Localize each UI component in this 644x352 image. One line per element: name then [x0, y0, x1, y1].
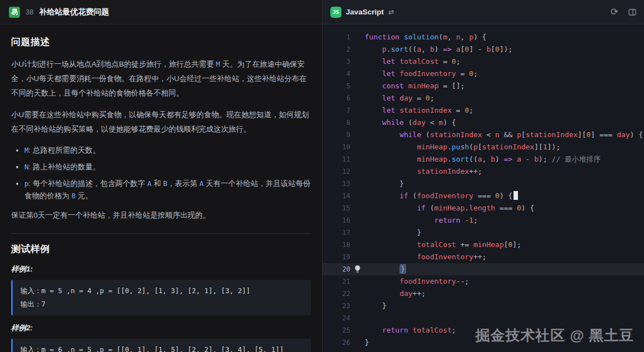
- line-number: 15: [323, 202, 350, 214]
- code-line-7[interactable]: 7 let stationIndex = 0;: [323, 104, 644, 117]
- code-line-23[interactable]: 23 }: [323, 300, 644, 312]
- line-number: 22: [323, 288, 350, 300]
- code-line-19[interactable]: 19 foodInventory++;: [323, 251, 644, 263]
- line-number: 11: [323, 153, 350, 165]
- code-text: if (minHeap.length === 0) {: [365, 202, 534, 214]
- code-text: totalCost += minHeap[0];: [365, 239, 521, 251]
- code-line-9[interactable]: 9 while (stationIndex < n && p[stationIn…: [323, 129, 644, 141]
- code-text: }: [365, 336, 369, 349]
- code-text: return -1;: [365, 214, 478, 227]
- gutter-space: [350, 129, 365, 141]
- line-number: 2: [323, 43, 350, 56]
- gutter-space: [350, 275, 365, 288]
- code-line-2[interactable]: 2 p.sort((a, b) => a[0] - b[0]);: [323, 43, 644, 56]
- inline-code: A: [147, 179, 152, 188]
- code-line-14[interactable]: 14 if (foodInventory === 0) {: [323, 190, 644, 202]
- line-number: 24: [323, 312, 350, 324]
- line-number: 26: [323, 336, 350, 349]
- gutter-space: [350, 141, 365, 153]
- line-number: 19: [323, 251, 350, 263]
- lightbulb-icon[interactable]: [350, 263, 365, 275]
- gutter-space: [350, 227, 365, 239]
- line-number: 7: [323, 104, 350, 117]
- code-text: }: [365, 178, 404, 190]
- code-line-4[interactable]: 4 let foodInventory = 0;: [323, 68, 644, 80]
- code-line-25[interactable]: 25 return totalCost;: [323, 324, 644, 336]
- sample-input: 输入：m = 6 ,n = 5 ,p = [[0, 1], [1, 5], [2…: [21, 343, 303, 352]
- line-number: 12: [323, 165, 350, 178]
- sample-label: 样例2:: [11, 323, 311, 333]
- javascript-icon: JS: [330, 7, 341, 18]
- code-line-5[interactable]: 5 const minHeap = [];: [323, 80, 644, 92]
- description-paragraph: 小U需要在这些补给站中购买食物，以确保每天都有足够的食物。现在她想知道，如何规划…: [11, 108, 311, 137]
- inline-code: p: [24, 179, 29, 188]
- code-text: }: [365, 300, 386, 312]
- language-label: JavaScript: [346, 8, 384, 16]
- app: 易 38 补给站最优花费问题 问题描述 小U计划进行一场从地点A到地点B的徒步旅…: [0, 0, 644, 352]
- code-editor[interactable]: 1function solution(m, n, p) {2 p.sort((a…: [323, 24, 644, 352]
- code-line-15[interactable]: 15 if (minHeap.length === 0) {: [323, 202, 644, 214]
- line-number: 5: [323, 80, 350, 92]
- language-selector[interactable]: JS JavaScript ⇄: [330, 7, 394, 18]
- line-number: 6: [323, 92, 350, 104]
- gutter-space: [350, 336, 365, 349]
- code-line-1[interactable]: 1function solution(m, n, p) {: [323, 31, 644, 43]
- code-line-21[interactable]: 21 foodInventory--;: [323, 275, 644, 288]
- parameter-item: N: 路上补给站的数量。: [24, 161, 311, 173]
- code-line-3[interactable]: 3 let totalCost = 0;: [323, 56, 644, 68]
- gutter-space: [350, 288, 365, 300]
- code-text: let day = 0;: [365, 92, 434, 104]
- gutter-space: [350, 153, 365, 165]
- problem-body: 问题描述 小U计划进行一场从地点A到地点B的徒步旅行，旅行总共需要 M 天。为了…: [0, 24, 322, 352]
- sample-1: 样例1:输入：m = 5 ,n = 4 ,p = [[0, 2], [1, 3]…: [11, 264, 311, 315]
- gutter-space: [350, 92, 365, 104]
- code-line-26[interactable]: 26}: [323, 336, 644, 349]
- text-run: 元。: [76, 192, 93, 200]
- line-number: 10: [323, 141, 350, 153]
- line-number: 4: [323, 68, 350, 80]
- code-text: }: [365, 227, 421, 239]
- code-line-11[interactable]: 11 minHeap.sort((a, b) => a - b); // 最小堆…: [323, 153, 644, 165]
- code-text: foodInventory--;: [365, 275, 469, 288]
- swap-language-icon[interactable]: ⇄: [388, 8, 394, 16]
- code-text: while (day < m) {: [365, 117, 456, 129]
- code-text: minHeap.push(p[stationIndex][1]);: [365, 141, 560, 153]
- gutter-space: [350, 251, 365, 263]
- text-run: 小U需要在这些补给站中购买食物，以确保每天都有足够的食物。现在她想知道，如何规划…: [11, 110, 309, 133]
- description-paragraphs: 小U计划进行一场从地点A到地点B的徒步旅行，旅行总共需要 M 天。为了在旅途中确…: [11, 57, 311, 137]
- sample-code-block: 输入：m = 6 ,n = 5 ,p = [[0, 1], [1, 5], [2…: [11, 339, 311, 352]
- code-line-12[interactable]: 12 stationIndex++;: [323, 165, 644, 178]
- code-line-10[interactable]: 10 minHeap.push(p[stationIndex][1]);: [323, 141, 644, 153]
- code-text: let totalCost = 0;: [365, 56, 460, 68]
- code-text: minHeap.sort((a, b) => a - b); // 最小堆排序: [365, 153, 601, 165]
- gutter-space: [350, 117, 365, 129]
- layout-toggle-icon[interactable]: [628, 8, 636, 16]
- gutter-space: [350, 104, 365, 117]
- parameter-item: p: 每个补给站的描述，包含两个数字 A 和 B，表示第 A 天有一个补给站，并…: [24, 178, 311, 202]
- code-line-13[interactable]: 13 }: [323, 178, 644, 190]
- refresh-icon[interactable]: ⟳: [611, 7, 618, 17]
- code-line-20[interactable]: 20 }: [323, 263, 644, 275]
- code-text: while (stationIndex < n && p[stationInde…: [365, 129, 643, 141]
- code-line-18[interactable]: 18 totalCost += minHeap[0];: [323, 239, 644, 251]
- gutter-space: [350, 324, 365, 336]
- code-line-6[interactable]: 6 let day = 0;: [323, 92, 644, 104]
- text-run: 小U计划进行一场从地点A到地点B的徒步旅行，旅行总共需要: [11, 60, 216, 68]
- section-title-description: 问题描述: [11, 36, 311, 48]
- gutter-space: [350, 31, 365, 43]
- samples: 样例1:输入：m = 5 ,n = 4 ,p = [[0, 2], [1, 3]…: [11, 264, 311, 352]
- code-line-8[interactable]: 8 while (day < m) {: [323, 117, 644, 129]
- code-line-22[interactable]: 22 day++;: [323, 288, 644, 300]
- line-number: 14: [323, 190, 350, 202]
- code-line-24[interactable]: 24: [323, 312, 644, 324]
- gutter-space: [350, 214, 365, 227]
- code-line-17[interactable]: 17 }: [323, 227, 644, 239]
- line-number: 9: [323, 129, 350, 141]
- line-number: 17: [323, 227, 350, 239]
- gutter-space: [350, 165, 365, 178]
- sample-label: 样例1:: [11, 264, 311, 274]
- line-number: 1: [323, 31, 350, 43]
- text-run: 和: [152, 179, 163, 188]
- code-line-16[interactable]: 16 return -1;: [323, 214, 644, 227]
- line-number: 23: [323, 300, 350, 312]
